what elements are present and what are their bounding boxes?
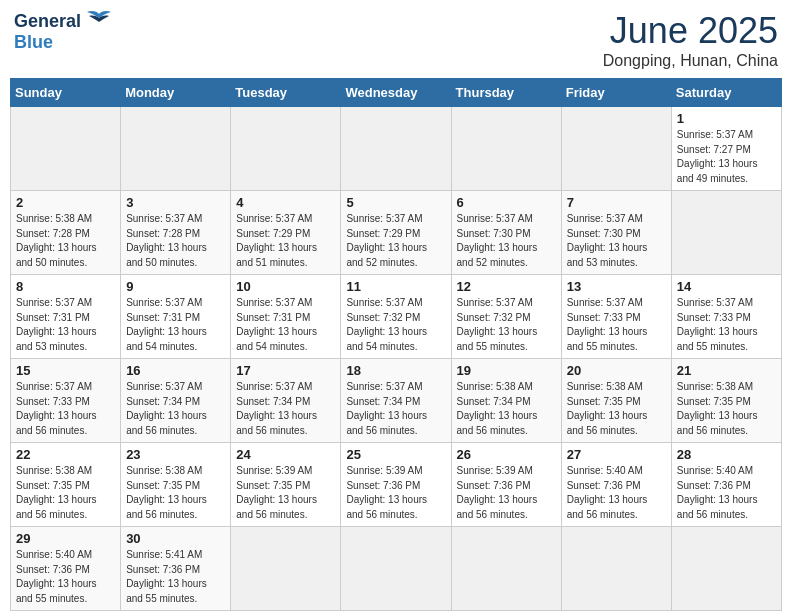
day-number: 25 xyxy=(346,447,445,462)
day-number: 24 xyxy=(236,447,335,462)
calendar-day-cell xyxy=(451,107,561,191)
calendar-day-cell: 20Sunrise: 5:38 AMSunset: 7:35 PMDayligh… xyxy=(561,359,671,443)
calendar-day-cell: 18Sunrise: 5:37 AMSunset: 7:34 PMDayligh… xyxy=(341,359,451,443)
day-number: 8 xyxy=(16,279,115,294)
calendar-day-cell: 16Sunrise: 5:37 AMSunset: 7:34 PMDayligh… xyxy=(121,359,231,443)
day-info: Sunrise: 5:39 AMSunset: 7:36 PMDaylight:… xyxy=(346,464,445,522)
calendar-day-cell: 15Sunrise: 5:37 AMSunset: 7:33 PMDayligh… xyxy=(11,359,121,443)
calendar-day-cell xyxy=(451,527,561,611)
day-number: 3 xyxy=(126,195,225,210)
day-number: 23 xyxy=(126,447,225,462)
logo-bird-icon xyxy=(85,10,113,32)
weekday-header-cell: Tuesday xyxy=(231,79,341,107)
day-info: Sunrise: 5:40 AMSunset: 7:36 PMDaylight:… xyxy=(16,548,115,606)
day-info: Sunrise: 5:37 AMSunset: 7:33 PMDaylight:… xyxy=(567,296,666,354)
day-info: Sunrise: 5:38 AMSunset: 7:35 PMDaylight:… xyxy=(126,464,225,522)
calendar-day-cell xyxy=(671,191,781,275)
calendar-day-cell xyxy=(121,107,231,191)
day-info: Sunrise: 5:38 AMSunset: 7:34 PMDaylight:… xyxy=(457,380,556,438)
day-info: Sunrise: 5:37 AMSunset: 7:28 PMDaylight:… xyxy=(126,212,225,270)
calendar-day-cell xyxy=(11,107,121,191)
calendar-day-cell xyxy=(341,527,451,611)
calendar-day-cell: 11Sunrise: 5:37 AMSunset: 7:32 PMDayligh… xyxy=(341,275,451,359)
weekday-header-cell: Sunday xyxy=(11,79,121,107)
calendar-week-row: 29Sunrise: 5:40 AMSunset: 7:36 PMDayligh… xyxy=(11,527,782,611)
calendar-day-cell: 9Sunrise: 5:37 AMSunset: 7:31 PMDaylight… xyxy=(121,275,231,359)
calendar-day-cell: 24Sunrise: 5:39 AMSunset: 7:35 PMDayligh… xyxy=(231,443,341,527)
day-info: Sunrise: 5:38 AMSunset: 7:35 PMDaylight:… xyxy=(567,380,666,438)
calendar-day-cell: 5Sunrise: 5:37 AMSunset: 7:29 PMDaylight… xyxy=(341,191,451,275)
calendar-day-cell: 23Sunrise: 5:38 AMSunset: 7:35 PMDayligh… xyxy=(121,443,231,527)
day-info: Sunrise: 5:37 AMSunset: 7:29 PMDaylight:… xyxy=(346,212,445,270)
day-info: Sunrise: 5:37 AMSunset: 7:29 PMDaylight:… xyxy=(236,212,335,270)
calendar-day-cell xyxy=(561,527,671,611)
calendar-day-cell: 1Sunrise: 5:37 AMSunset: 7:27 PMDaylight… xyxy=(671,107,781,191)
day-info: Sunrise: 5:37 AMSunset: 7:30 PMDaylight:… xyxy=(567,212,666,270)
calendar-week-row: 1Sunrise: 5:37 AMSunset: 7:27 PMDaylight… xyxy=(11,107,782,191)
logo-blue-text: Blue xyxy=(14,32,53,53)
calendar-day-cell: 6Sunrise: 5:37 AMSunset: 7:30 PMDaylight… xyxy=(451,191,561,275)
calendar-body: 1Sunrise: 5:37 AMSunset: 7:27 PMDaylight… xyxy=(11,107,782,611)
day-number: 10 xyxy=(236,279,335,294)
logo-general-text: General xyxy=(14,11,81,32)
day-number: 22 xyxy=(16,447,115,462)
calendar-day-cell xyxy=(561,107,671,191)
calendar-week-row: 2Sunrise: 5:38 AMSunset: 7:28 PMDaylight… xyxy=(11,191,782,275)
day-info: Sunrise: 5:41 AMSunset: 7:36 PMDaylight:… xyxy=(126,548,225,606)
day-info: Sunrise: 5:39 AMSunset: 7:36 PMDaylight:… xyxy=(457,464,556,522)
day-info: Sunrise: 5:40 AMSunset: 7:36 PMDaylight:… xyxy=(567,464,666,522)
day-number: 30 xyxy=(126,531,225,546)
calendar-day-cell: 12Sunrise: 5:37 AMSunset: 7:32 PMDayligh… xyxy=(451,275,561,359)
day-number: 2 xyxy=(16,195,115,210)
calendar-day-cell: 27Sunrise: 5:40 AMSunset: 7:36 PMDayligh… xyxy=(561,443,671,527)
day-number: 21 xyxy=(677,363,776,378)
calendar-day-cell: 3Sunrise: 5:37 AMSunset: 7:28 PMDaylight… xyxy=(121,191,231,275)
calendar-day-cell: 19Sunrise: 5:38 AMSunset: 7:34 PMDayligh… xyxy=(451,359,561,443)
calendar-day-cell: 21Sunrise: 5:38 AMSunset: 7:35 PMDayligh… xyxy=(671,359,781,443)
day-number: 14 xyxy=(677,279,776,294)
day-info: Sunrise: 5:37 AMSunset: 7:34 PMDaylight:… xyxy=(346,380,445,438)
calendar-day-cell: 10Sunrise: 5:37 AMSunset: 7:31 PMDayligh… xyxy=(231,275,341,359)
calendar-day-cell: 26Sunrise: 5:39 AMSunset: 7:36 PMDayligh… xyxy=(451,443,561,527)
weekday-header-cell: Wednesday xyxy=(341,79,451,107)
weekday-header-cell: Thursday xyxy=(451,79,561,107)
weekday-header-cell: Friday xyxy=(561,79,671,107)
weekday-header-cell: Saturday xyxy=(671,79,781,107)
day-number: 11 xyxy=(346,279,445,294)
day-info: Sunrise: 5:40 AMSunset: 7:36 PMDaylight:… xyxy=(677,464,776,522)
calendar-day-cell: 30Sunrise: 5:41 AMSunset: 7:36 PMDayligh… xyxy=(121,527,231,611)
weekday-header-cell: Monday xyxy=(121,79,231,107)
calendar-day-cell xyxy=(231,107,341,191)
day-info: Sunrise: 5:37 AMSunset: 7:33 PMDaylight:… xyxy=(677,296,776,354)
calendar-day-cell xyxy=(671,527,781,611)
logo: General Blue xyxy=(14,10,113,53)
day-number: 9 xyxy=(126,279,225,294)
calendar-week-row: 22Sunrise: 5:38 AMSunset: 7:35 PMDayligh… xyxy=(11,443,782,527)
day-info: Sunrise: 5:37 AMSunset: 7:31 PMDaylight:… xyxy=(126,296,225,354)
day-number: 12 xyxy=(457,279,556,294)
day-number: 29 xyxy=(16,531,115,546)
calendar-day-cell: 14Sunrise: 5:37 AMSunset: 7:33 PMDayligh… xyxy=(671,275,781,359)
calendar-table: SundayMondayTuesdayWednesdayThursdayFrid… xyxy=(10,78,782,611)
calendar-day-cell: 2Sunrise: 5:38 AMSunset: 7:28 PMDaylight… xyxy=(11,191,121,275)
day-number: 20 xyxy=(567,363,666,378)
day-number: 6 xyxy=(457,195,556,210)
day-info: Sunrise: 5:37 AMSunset: 7:30 PMDaylight:… xyxy=(457,212,556,270)
page-header: General Blue June 2025 Dongping, Hunan, … xyxy=(10,10,782,70)
day-info: Sunrise: 5:37 AMSunset: 7:27 PMDaylight:… xyxy=(677,128,776,186)
day-info: Sunrise: 5:37 AMSunset: 7:33 PMDaylight:… xyxy=(16,380,115,438)
day-number: 27 xyxy=(567,447,666,462)
day-number: 18 xyxy=(346,363,445,378)
calendar-day-cell: 7Sunrise: 5:37 AMSunset: 7:30 PMDaylight… xyxy=(561,191,671,275)
calendar-week-row: 8Sunrise: 5:37 AMSunset: 7:31 PMDaylight… xyxy=(11,275,782,359)
day-info: Sunrise: 5:39 AMSunset: 7:35 PMDaylight:… xyxy=(236,464,335,522)
day-info: Sunrise: 5:38 AMSunset: 7:35 PMDaylight:… xyxy=(677,380,776,438)
calendar-day-cell: 29Sunrise: 5:40 AMSunset: 7:36 PMDayligh… xyxy=(11,527,121,611)
day-info: Sunrise: 5:38 AMSunset: 7:28 PMDaylight:… xyxy=(16,212,115,270)
location: Dongping, Hunan, China xyxy=(603,52,778,70)
month-title: June 2025 xyxy=(603,10,778,52)
day-info: Sunrise: 5:37 AMSunset: 7:34 PMDaylight:… xyxy=(126,380,225,438)
calendar-week-row: 15Sunrise: 5:37 AMSunset: 7:33 PMDayligh… xyxy=(11,359,782,443)
day-number: 19 xyxy=(457,363,556,378)
calendar-day-cell: 13Sunrise: 5:37 AMSunset: 7:33 PMDayligh… xyxy=(561,275,671,359)
